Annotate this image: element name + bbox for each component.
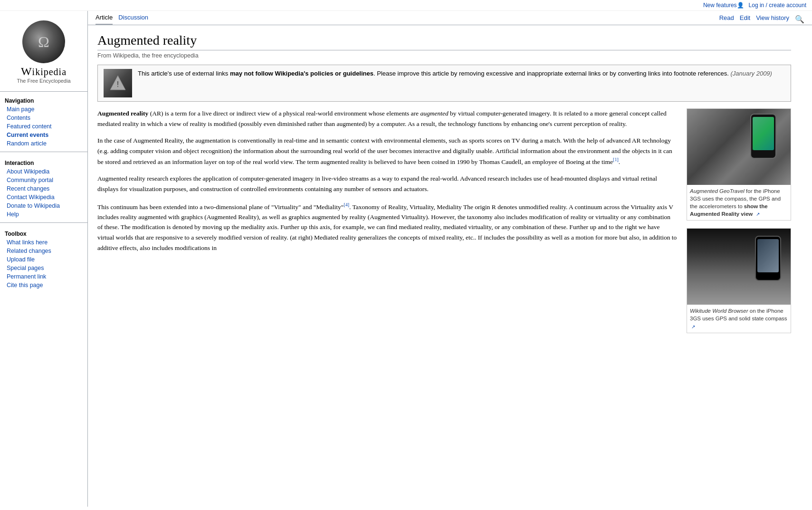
image-caption-1: Augmented GeoTravel for the iPhone 3GS u… bbox=[687, 185, 791, 220]
image-box-1: Augmented GeoTravel for the iPhone 3GS u… bbox=[687, 108, 791, 221]
sidebar-item-upload[interactable]: Upload file bbox=[0, 255, 87, 264]
logo-area: Wikipedia The Free Encyclopedia bbox=[0, 16, 87, 92]
sidebar-item-current-events[interactable]: Current events bbox=[0, 131, 87, 139]
sidebar-item-main-page[interactable]: Main page bbox=[0, 105, 87, 114]
article-body: Augmented reality (AR) is a term for a l… bbox=[97, 108, 791, 341]
paragraph-4: This continuum has been extended into a … bbox=[97, 201, 677, 253]
interaction-section-title: Interaction bbox=[0, 158, 87, 167]
tab-bar-left: Article Discussion bbox=[96, 14, 148, 25]
toolbox-section: Toolbox What links here Related changes … bbox=[0, 225, 87, 291]
image-1 bbox=[687, 109, 791, 185]
phone-screen-1 bbox=[753, 117, 774, 150]
sidebar-item-donate[interactable]: Donate to Wikipedia bbox=[0, 202, 87, 210]
site-title-text: W bbox=[21, 65, 32, 77]
ext-link-icon-1: ↗ bbox=[756, 211, 760, 218]
sidebar: Wikipedia The Free Encyclopedia Navigati… bbox=[0, 11, 88, 507]
sidebar-divider-2 bbox=[0, 222, 87, 223]
warning-box: ! This article's use of external links m… bbox=[97, 65, 791, 102]
warning-icon: ! bbox=[104, 69, 132, 97]
tab-discussion[interactable]: Discussion bbox=[118, 14, 148, 25]
image-caption-2: Wikitude World Browser on the iPhone 3GS… bbox=[687, 305, 791, 332]
phone-screen-2 bbox=[757, 239, 779, 272]
tab-bar-right: Read Edit View history 🔍 bbox=[719, 14, 804, 24]
interaction-section: Interaction About Wikipedia Community po… bbox=[0, 154, 87, 221]
paragraph-1: Augmented reality (AR) is a term for a l… bbox=[97, 108, 677, 129]
nav-section: Navigation Main page Contents Featured c… bbox=[0, 92, 87, 150]
svg-text:!: ! bbox=[117, 80, 119, 88]
content-area: Article Discussion Read Edit View histor… bbox=[88, 11, 812, 507]
paragraph-2: In the case of Augmented Reality, the au… bbox=[97, 135, 677, 167]
sidebar-item-special-pages[interactable]: Special pages bbox=[0, 264, 87, 272]
tab-edit[interactable]: Edit bbox=[740, 14, 750, 24]
image-box-2: Wikitude World Browser on the iPhone 3GS… bbox=[687, 228, 791, 333]
sidebar-item-permanent-link[interactable]: Permanent link bbox=[0, 272, 87, 281]
toolbox-section-title: Toolbox bbox=[0, 229, 87, 238]
image-2 bbox=[687, 229, 791, 305]
sidebar-item-contents[interactable]: Contents bbox=[0, 114, 87, 122]
tab-read[interactable]: Read bbox=[719, 14, 734, 24]
main-text: Augmented reality (AR) is a term for a l… bbox=[97, 108, 677, 341]
ext-link-icon-2: ↗ bbox=[691, 324, 695, 330]
tab-article[interactable]: Article bbox=[96, 14, 113, 25]
top-bar: New features 👤 Log in / create account bbox=[0, 0, 812, 11]
sidebar-item-about[interactable]: About Wikipedia bbox=[0, 167, 87, 176]
article-subtitle: From Wikipedia, the free encyclopedia bbox=[97, 52, 791, 59]
article: Augmented reality From Wikipedia, the fr… bbox=[88, 25, 801, 350]
login-link[interactable]: Log in / create account bbox=[749, 2, 806, 9]
sidebar-item-community[interactable]: Community portal bbox=[0, 176, 87, 184]
sidebar-item-contact[interactable]: Contact Wikipedia bbox=[0, 193, 87, 202]
search-icon[interactable]: 🔍 bbox=[795, 15, 804, 24]
tab-bar: Article Discussion Read Edit View histor… bbox=[88, 11, 812, 25]
right-images: Augmented GeoTravel for the iPhone 3GS u… bbox=[687, 108, 791, 341]
warning-text: This article's use of external links may… bbox=[138, 69, 785, 78]
nav-section-title: Navigation bbox=[0, 96, 87, 105]
sidebar-item-recent-changes[interactable]: Recent changes bbox=[0, 184, 87, 193]
user-icon: 👤 bbox=[737, 2, 744, 9]
tab-view-history[interactable]: View history bbox=[756, 14, 789, 24]
sidebar-divider-1 bbox=[0, 152, 87, 152]
paragraph-3: Augmented reality research explores the … bbox=[97, 173, 677, 194]
new-features-link[interactable]: New features bbox=[703, 2, 737, 9]
site-title: Wikipedia bbox=[0, 65, 87, 78]
article-title: Augmented reality bbox=[97, 33, 791, 50]
sidebar-item-random[interactable]: Random article bbox=[0, 139, 87, 148]
sidebar-item-cite[interactable]: Cite this page bbox=[0, 281, 87, 289]
sidebar-item-what-links[interactable]: What links here bbox=[0, 238, 87, 247]
sidebar-item-featured[interactable]: Featured content bbox=[0, 122, 87, 131]
wikipedia-globe bbox=[22, 20, 65, 63]
sidebar-item-help[interactable]: Help bbox=[0, 210, 87, 219]
phone-sim-2 bbox=[755, 236, 781, 281]
phone-sim-1 bbox=[750, 114, 776, 159]
sidebar-item-related-changes[interactable]: Related changes bbox=[0, 247, 87, 255]
site-title-rest: ikipedia bbox=[32, 67, 67, 77]
site-subtitle: The Free Encyclopedia bbox=[0, 78, 87, 84]
main-layout: Wikipedia The Free Encyclopedia Navigati… bbox=[0, 11, 812, 507]
